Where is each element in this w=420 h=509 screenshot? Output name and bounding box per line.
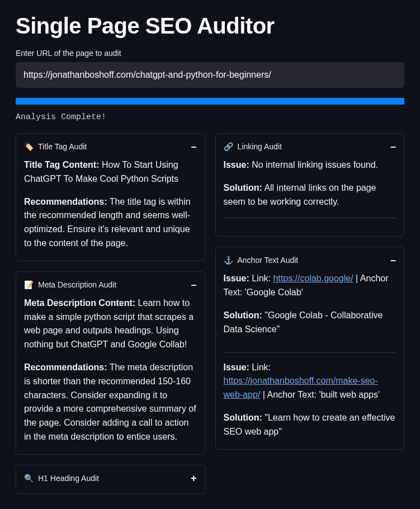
meta-desc-card: 📝 Meta Description Audit – Meta Descript… bbox=[16, 271, 205, 455]
linking-solution: Solution: All internal links on the page… bbox=[224, 181, 397, 209]
anchor-icon: ⚓ bbox=[224, 256, 233, 265]
title-tag-header[interactable]: 🏷️ Title Tag Audit – bbox=[24, 142, 197, 152]
anchor-header[interactable]: ⚓ Anchor Text Audit – bbox=[224, 255, 397, 265]
linking-header[interactable]: 🔗 Linking Audit – bbox=[224, 142, 397, 152]
title-tag-recommendations: Recommendations: The title tag is within… bbox=[24, 195, 197, 251]
meta-desc-header[interactable]: 📝 Meta Description Audit – bbox=[24, 280, 197, 290]
meta-desc-recommendations: Recommendations: The meta description is… bbox=[24, 361, 197, 444]
linking-issue: Issue: No internal linking issues found. bbox=[224, 158, 397, 172]
magnifier-icon: 🔍 bbox=[24, 474, 34, 483]
anchor-issue-1: Issue: Link: https://jonathanboshoff.com… bbox=[224, 361, 397, 402]
expand-icon[interactable]: + bbox=[191, 473, 197, 483]
url-input-label: Enter URL of the page to audit bbox=[16, 49, 404, 58]
collapse-icon[interactable]: – bbox=[191, 142, 196, 152]
url-input[interactable] bbox=[16, 62, 404, 88]
tag-icon: 🏷️ bbox=[24, 142, 34, 151]
collapse-icon[interactable]: – bbox=[390, 255, 396, 265]
anchor-title: Anchor Text Audit bbox=[238, 256, 299, 265]
title-tag-content: Title Tag Content: How To Start Using Ch… bbox=[24, 158, 197, 186]
collapse-icon[interactable]: – bbox=[390, 142, 396, 152]
title-tag-title: Title Tag Audit bbox=[38, 142, 87, 151]
anchor-issue-0: Issue: Link: https://colab.google/ | Anc… bbox=[224, 272, 397, 300]
memo-icon: 📝 bbox=[24, 280, 34, 289]
status-text: Analysis Complete! bbox=[16, 112, 404, 122]
page-title: Single Page SEO Auditor bbox=[16, 13, 404, 39]
anchor-link-0[interactable]: https://colab.google/ bbox=[273, 274, 353, 283]
anchor-solution-0: Solution: "Google Colab - Collaborative … bbox=[224, 309, 397, 337]
anchor-solution-1: Solution: "Learn how to create an effect… bbox=[224, 411, 397, 439]
h1-card: 🔍 H1 Heading Audit + bbox=[16, 465, 205, 494]
h1-header[interactable]: 🔍 H1 Heading Audit + bbox=[24, 473, 197, 483]
h1-title: H1 Heading Audit bbox=[38, 474, 99, 483]
linking-card: 🔗 Linking Audit – Issue: No internal lin… bbox=[215, 133, 405, 237]
linking-title: Linking Audit bbox=[238, 142, 282, 151]
title-tag-card: 🏷️ Title Tag Audit – Title Tag Content: … bbox=[16, 133, 205, 261]
anchor-card: ⚓ Anchor Text Audit – Issue: Link: https… bbox=[215, 247, 405, 449]
meta-desc-title: Meta Description Audit bbox=[38, 280, 116, 289]
collapse-icon[interactable]: – bbox=[191, 280, 196, 290]
link-icon: 🔗 bbox=[224, 142, 233, 151]
meta-desc-content: Meta Description Content: Learn how to m… bbox=[24, 296, 197, 352]
progress-bar bbox=[16, 98, 404, 105]
